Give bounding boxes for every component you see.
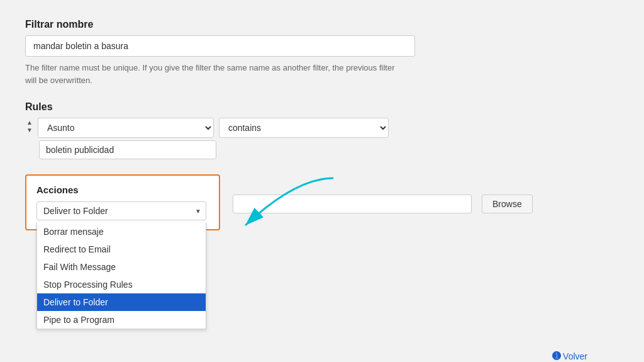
browse-button[interactable]: Browse <box>482 195 533 213</box>
dropdown-item-fail[interactable]: Fail With Message <box>37 258 206 276</box>
action-dropdown[interactable]: Borrar mensaje Redirect to Email Fail Wi… <box>36 223 206 329</box>
arrow-up-button[interactable]: ▲ <box>25 119 34 127</box>
field-select[interactable]: Asunto De Para CC Asunto o Cuerpo <box>38 118 214 138</box>
arrow-down-button[interactable]: ▼ <box>25 127 34 134</box>
volver-label: Volver <box>563 351 587 361</box>
folder-path-input[interactable] <box>233 195 472 213</box>
action-select-wrapper: Deliver to Folder ▼ Borrar mensaje Redir… <box>36 201 206 220</box>
volver-link[interactable]: ➊ Volver <box>552 350 587 362</box>
volver-area: ➊ Volver <box>552 350 587 362</box>
filter-name-label: Filtrar nombre <box>25 19 619 30</box>
rules-section: Rules ▲ ▼ Asunto De Para CC Asunto o Cue… <box>25 101 619 159</box>
acciones-box: Acciones Deliver to Folder ▼ Borrar mens… <box>25 174 220 230</box>
dropdown-item-redirect[interactable]: Redirect to Email <box>37 240 206 258</box>
dropdown-item-stop[interactable]: Stop Processing Rules <box>37 276 206 293</box>
dropdown-item-pipe[interactable]: Pipe to a Program <box>37 311 206 329</box>
rules-label: Rules <box>25 101 619 113</box>
volver-icon: ➊ <box>552 350 560 362</box>
rules-row: ▲ ▼ Asunto De Para CC Asunto o Cuerpo co… <box>25 118 619 138</box>
acciones-and-browse-section: Acciones Deliver to Folder ▼ Borrar mens… <box>25 159 619 230</box>
action-select[interactable]: Deliver to Folder <box>36 201 206 220</box>
condition-select[interactable]: contains is begins with ends with does n… <box>219 118 389 138</box>
rules-selects: Asunto De Para CC Asunto o Cuerpo contai… <box>38 118 389 138</box>
acciones-title: Acciones <box>36 184 209 195</box>
filter-name-section: Filtrar nombre The filter name must be u… <box>25 19 619 86</box>
filter-name-input[interactable] <box>25 35 415 57</box>
dropdown-item-borrar[interactable]: Borrar mensaje <box>37 223 206 240</box>
rule-value-input[interactable] <box>39 140 216 159</box>
arrow-controls: ▲ ▼ <box>25 119 34 134</box>
filter-name-hint: The filter name must be unique. If you g… <box>25 62 402 86</box>
browse-section: Browse <box>233 195 533 213</box>
rule-value-row <box>39 140 619 159</box>
dropdown-item-deliver[interactable]: Deliver to Folder <box>37 293 206 311</box>
